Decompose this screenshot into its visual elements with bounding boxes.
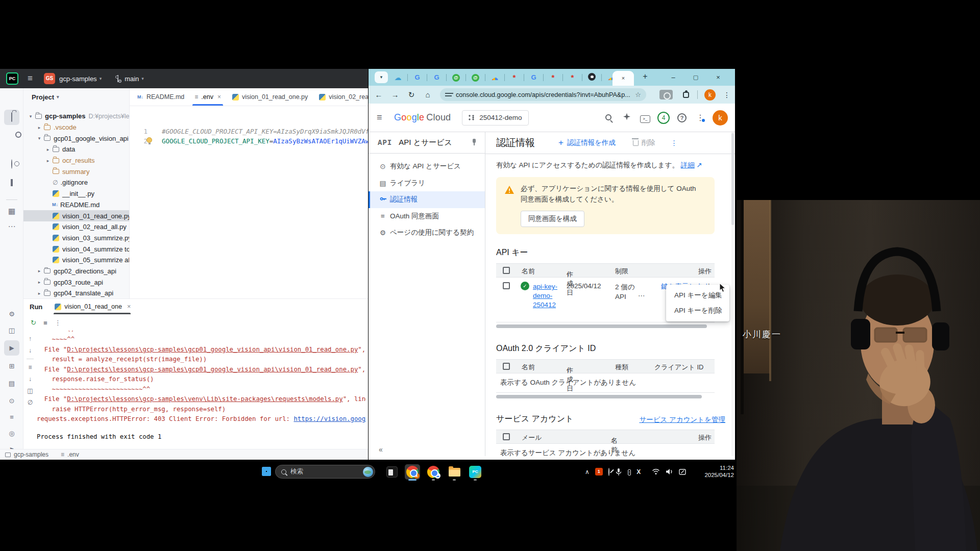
chevron-right-icon[interactable]: ▸ (36, 280, 43, 285)
chevron-right-icon[interactable]: ▸ (44, 147, 52, 152)
reload-button[interactable]: ↻ (403, 90, 420, 99)
wifi-icon[interactable] (652, 468, 660, 475)
col-name[interactable]: 名前 (522, 267, 535, 276)
project-selector[interactable]: gcp-samples (59, 75, 97, 83)
settings-tool-button[interactable]: ⚙ (4, 307, 19, 322)
sidebar-item-credentials[interactable]: 認証情報 (369, 191, 485, 208)
sidebar-item-page-agreements[interactable]: ⚙ ページの使用に関する契約 (369, 224, 485, 241)
sidebar-item-oauth-consent[interactable]: ≡ OAuth 同意画面 (369, 208, 485, 225)
close-icon[interactable]: × (127, 303, 131, 310)
tree-item[interactable]: ▾ gcp-samples D:¥projects¥lessons¥ (23, 111, 129, 122)
file-link[interactable]: D:\projects\lessons\gcp-samples\gcp01_go… (67, 346, 358, 353)
notifications-badge[interactable]: 4 (654, 112, 673, 124)
extensions-icon[interactable] (682, 91, 690, 99)
home-button[interactable]: ⌂ (420, 90, 436, 99)
help-icon[interactable]: ? (673, 113, 691, 122)
prev-occurrence-button[interactable]: ↑ (23, 335, 37, 342)
file-link[interactable]: D:\projects\lessons\gcp-samples\gcp01_go… (67, 366, 358, 373)
pinned-tab-gcp-icon[interactable]: ☁ (491, 73, 499, 82)
terminal-tool-button[interactable]: ≡ (4, 410, 19, 425)
taskbar-search[interactable]: 検索 (275, 465, 375, 479)
select-all-checkbox[interactable] (503, 363, 510, 370)
page-kebab[interactable]: ⋮ (671, 139, 678, 147)
taskbar-clock[interactable]: 11:24 2025/04/12 (704, 464, 734, 479)
volume-icon[interactable] (666, 468, 673, 475)
chrome-menu-kebab[interactable]: ⋮ (723, 91, 730, 99)
tree-item[interactable]: ▸ gcp03_route_api (23, 277, 129, 288)
sidebar-item-enabled-apis[interactable]: ⊙ 有効な API とサービス (369, 158, 485, 175)
pen-input-icon[interactable] (679, 468, 687, 475)
pinned-tab-google-icon[interactable]: G (413, 73, 422, 81)
tab-vision02[interactable]: vision_02_read_all.. (313, 88, 368, 106)
clear-console-button[interactable]: ∅ (23, 399, 37, 406)
scroll-to-end-button[interactable]: ↓ (23, 375, 37, 383)
chevron-right-icon[interactable]: ▸ (36, 125, 43, 130)
chevron-right-icon[interactable]: ▸ (36, 291, 43, 296)
create-credentials-button[interactable]: + 認証情報を作成 (558, 138, 616, 148)
tree-item[interactable]: ∅ .gitignore (23, 177, 129, 188)
run-tab[interactable]: vision_01_read_one × (54, 299, 131, 314)
collapse-sidebar-icon[interactable]: « (379, 445, 383, 454)
tree-item[interactable]: vision_04_summrize to_files (23, 243, 129, 255)
pinned-tab-at-icon[interactable]: @ (452, 74, 460, 82)
tree-item[interactable]: ▸ data (23, 144, 129, 155)
taskbar-pycharm[interactable]: PC (468, 464, 483, 480)
pinned-tab-spark-icon[interactable]: * (549, 73, 557, 81)
configure-consent-button[interactable]: 同意画面を構成 (521, 211, 584, 227)
col-client-id[interactable]: クライアント ID (654, 363, 703, 372)
learn-more-link[interactable]: 詳細 (681, 161, 695, 169)
close-icon[interactable]: × (217, 93, 221, 101)
col-email[interactable]: メール (522, 433, 542, 442)
next-occurrence-button[interactable]: ↓ (23, 347, 37, 354)
address-bar[interactable]: console.cloud.google.com/apis/credential… (440, 88, 646, 101)
forward-button[interactable]: → (387, 90, 403, 99)
bookmark-star-icon[interactable]: ☆ (635, 91, 641, 98)
chevron-down-icon[interactable]: ▾ (27, 114, 34, 119)
tree-item[interactable]: ▸ .vscode (23, 122, 129, 133)
database-tool-button[interactable]: ▤ (4, 376, 19, 391)
nav-menu-icon[interactable]: ≡ (377, 112, 387, 123)
vertical-scrollbar[interactable] (731, 132, 734, 456)
sidebar-item-library[interactable]: ▤ ライブラリ (369, 175, 485, 192)
chrome-profile-avatar[interactable]: k (704, 89, 716, 101)
pull-requests-button[interactable] (4, 179, 19, 194)
tree-item[interactable]: summary (23, 166, 129, 177)
structure-tool-button[interactable]: ▦ (4, 204, 19, 219)
pinned-tab-at-icon[interactable]: @ (472, 74, 479, 82)
tree-item[interactable]: ▸ ocr_results (23, 155, 129, 166)
run-console[interactable]: main() ~~~~^^ File "D:\projects\lessons\… (37, 331, 366, 450)
url-link[interactable]: https://vision.googleapis.com/v1/ (293, 415, 366, 422)
tab-env-active[interactable]: ≡ .env × (189, 88, 226, 106)
screen-cast-icon[interactable]: ↑ (628, 469, 631, 475)
tab-readme[interactable]: M↓ README.md (132, 88, 189, 106)
chevron-down-icon[interactable]: ▾ (36, 136, 43, 141)
menu-item-delete-api-key[interactable]: API キーを削除 (666, 303, 729, 318)
col-restrictions[interactable]: 制限 (615, 267, 628, 276)
taskbar-chrome-profile-2[interactable]: ☁ (426, 464, 441, 480)
project-tool-button[interactable] (4, 110, 19, 125)
code-line-1[interactable]: #GOOGLE_CLOUD_PROJECT_API_KEY=AIzaSyDrqX… (162, 128, 368, 135)
print-button[interactable]: ◫ (23, 387, 37, 394)
code-with-me-button[interactable] (4, 157, 19, 172)
cloud-shell-icon[interactable]: >_ (636, 113, 654, 123)
intention-bulb-icon[interactable] (146, 137, 152, 143)
pinned-tab-google-icon[interactable]: G (529, 73, 538, 81)
tree-item[interactable]: ▸ gcp02_directions_api (23, 266, 129, 277)
pinned-tab-spark-icon[interactable]: * (568, 73, 577, 81)
status-project[interactable]: gcp-samples (14, 451, 48, 458)
maximize-button[interactable]: ▢ (687, 69, 704, 86)
tray-badge-icon[interactable]: 1 (595, 468, 603, 475)
taskbar-app-dark[interactable] (384, 464, 400, 480)
branch-selector[interactable]: main (125, 75, 139, 83)
hidden-icons-chevron[interactable]: ∧ (585, 468, 590, 475)
tree-item[interactable]: ▾ gcp01_google_vision_api (23, 133, 129, 144)
close-icon[interactable]: × (622, 75, 625, 81)
soft-wrap-button[interactable]: ≡ (23, 364, 37, 371)
search-highlight-globe[interactable] (363, 467, 373, 477)
pinned-tab-spark-icon[interactable]: * (510, 73, 519, 81)
restriction-more-icon[interactable]: ⋯ (638, 291, 645, 299)
pinned-tab-github-icon[interactable] (588, 73, 596, 81)
col-name[interactable]: 名前 (522, 363, 535, 372)
back-button[interactable]: ← (371, 90, 387, 99)
pin-icon[interactable] (471, 138, 478, 145)
